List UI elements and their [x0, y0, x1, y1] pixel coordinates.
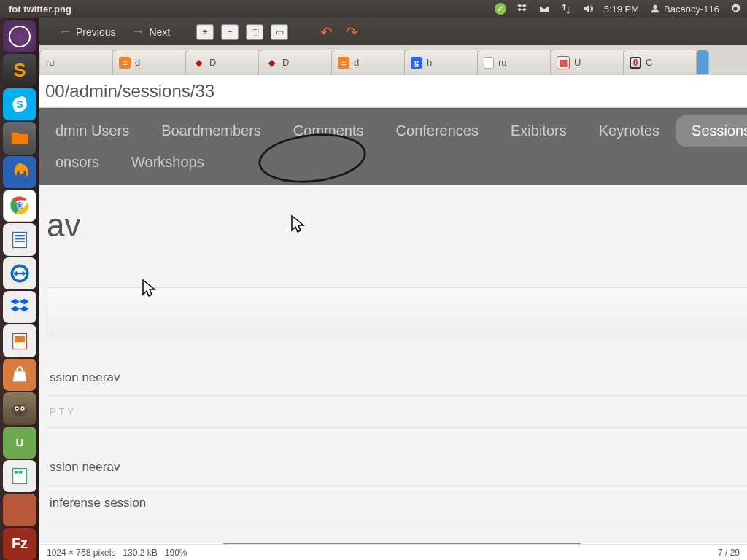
ruby-icon: ◆: [192, 56, 205, 69]
browser-tab[interactable]: ≡d: [112, 50, 188, 74]
page-counter: 7 / 29: [718, 548, 740, 558]
svg-rect-6: [13, 232, 27, 247]
url-bar[interactable]: 00/admin/sessions/33: [39, 74, 747, 108]
system-menubar: fot twitter.png ✓ 5:19 PM Bacancy-116: [0, 0, 747, 18]
svg-rect-22: [19, 471, 23, 474]
google-icon: g: [411, 57, 422, 69]
svg-rect-20: [13, 469, 27, 484]
sublime-icon[interactable]: S: [3, 54, 36, 86]
system-tray: ✓ 5:19 PM Bacancy-116: [495, 3, 741, 15]
dropbox-tray-icon[interactable]: [516, 3, 528, 15]
svg-point-17: [16, 408, 18, 410]
stackoverflow-icon: ≡: [338, 57, 349, 69]
dash-icon[interactable]: [3, 20, 36, 52]
page-content: av ssion neerav PTY ssion neerav inferen…: [39, 185, 747, 543]
page-heading: av: [47, 207, 747, 244]
image-dimensions: 747 × 560 pixels: [47, 548, 115, 558]
browser-tab-row: ru ≡d ◆D ◆D ≡d gh ru ▦U 0C: [39, 45, 747, 74]
zoom-in-button[interactable]: ＋: [196, 24, 214, 40]
image-viewer-canvas: ru ≡d ◆D ◆D ≡d gh ru ▦U 0C 00/admin/sess…: [39, 45, 747, 544]
ruby-icon: ◆: [265, 56, 278, 69]
stackoverflow-icon: ≡: [119, 57, 131, 69]
update-manager-icon[interactable]: U: [3, 427, 36, 459]
nav-conferences[interactable]: Conferences: [380, 115, 495, 147]
nav-workshops[interactable]: Workshops: [115, 147, 220, 178]
zoom-actual-button[interactable]: ⬚: [246, 24, 263, 40]
browser-tab[interactable]: [696, 50, 709, 74]
browser-tab[interactable]: ◆D: [258, 50, 334, 74]
user-menu[interactable]: Bacancy-116: [649, 3, 719, 15]
gear-icon[interactable]: [729, 3, 741, 15]
mail-icon[interactable]: [538, 3, 550, 15]
gimp-icon[interactable]: [3, 392, 36, 424]
writer-icon[interactable]: [3, 223, 36, 255]
zoom-level: 190%: [165, 548, 187, 558]
svg-point-18: [22, 408, 24, 410]
nav-sessions[interactable]: Sessions: [676, 115, 747, 147]
nav-sponsors[interactable]: onsors: [39, 147, 115, 178]
rotate-right-button[interactable]: ↷: [346, 23, 358, 41]
next-button[interactable]: →Next: [125, 21, 176, 42]
rotate-left-button[interactable]: ↶: [320, 23, 333, 41]
svg-rect-8: [15, 238, 25, 239]
previous-button[interactable]: ←Previous: [53, 21, 121, 42]
chrome-icon[interactable]: [3, 190, 36, 222]
image-viewer-toolbar: ←Previous →Next ＋ － ⬚ ▭ ↶ ↷: [0, 18, 747, 45]
unity-launcher: S S U Fz: [0, 18, 39, 560]
volume-icon[interactable]: [582, 3, 594, 15]
nav-admin-users[interactable]: dmin Users: [39, 115, 145, 147]
browser-tab[interactable]: ru: [477, 50, 553, 74]
status-ok-icon[interactable]: ✓: [495, 3, 506, 15]
list-item-empty: PTY: [47, 396, 747, 428]
zoom-out-button[interactable]: －: [221, 24, 239, 40]
dropbox-icon[interactable]: [3, 291, 36, 323]
teamviewer-icon[interactable]: [3, 257, 36, 289]
svg-rect-21: [15, 471, 18, 474]
nav-exibitors[interactable]: Exibitors: [495, 115, 583, 147]
svg-text:S: S: [16, 98, 23, 110]
zoom-fit-button[interactable]: ▭: [271, 24, 288, 40]
window-title: fot twitter.png: [9, 4, 71, 15]
clock[interactable]: 5:19 PM: [604, 4, 639, 15]
list-item[interactable]: inferense session: [47, 486, 747, 521]
file-icon: [484, 57, 494, 69]
software-center-icon[interactable]: [3, 359, 36, 391]
svg-point-5: [18, 203, 22, 208]
skype-icon[interactable]: S: [3, 88, 36, 120]
list-item[interactable]: ssion neerav: [47, 450, 747, 486]
nav-comments[interactable]: Comments: [277, 115, 380, 147]
section-band: [47, 287, 747, 338]
opera-icon: 0: [630, 57, 641, 69]
svg-rect-9: [15, 241, 25, 242]
viewer-status-bar: 747 × 560 pixels 130.2 kB 190% 7 / 29: [39, 544, 747, 560]
filezilla-icon[interactable]: Fz: [3, 528, 36, 560]
impress-icon[interactable]: [3, 324, 36, 357]
browser-tab[interactable]: ru: [39, 50, 115, 74]
calendar-icon: ▦: [557, 56, 570, 69]
svg-rect-7: [15, 235, 25, 236]
nav-boardmembers[interactable]: Boardmembers: [145, 115, 277, 147]
nav-keynotes[interactable]: Keynotes: [583, 115, 676, 147]
browser-tab[interactable]: ≡d: [331, 50, 407, 74]
browser-tab[interactable]: 0C: [623, 50, 699, 74]
browser-tab[interactable]: ▦U: [550, 50, 626, 74]
svg-text:U: U: [16, 436, 24, 448]
svg-rect-13: [15, 336, 25, 342]
calc-icon[interactable]: [3, 460, 36, 492]
svg-point-14: [12, 405, 27, 416]
file-size: 130.2 kB: [123, 548, 157, 558]
network-icon[interactable]: [560, 3, 572, 15]
app-icon[interactable]: [3, 494, 36, 526]
firefox-icon[interactable]: [3, 156, 36, 188]
admin-nav: dmin Users Boardmembers Comments Confere…: [39, 108, 747, 185]
browser-tab[interactable]: ◆D: [185, 50, 261, 74]
browser-tab[interactable]: gh: [404, 50, 480, 74]
files-icon[interactable]: [3, 122, 36, 154]
list-item[interactable]: ssion neerav: [47, 360, 747, 396]
